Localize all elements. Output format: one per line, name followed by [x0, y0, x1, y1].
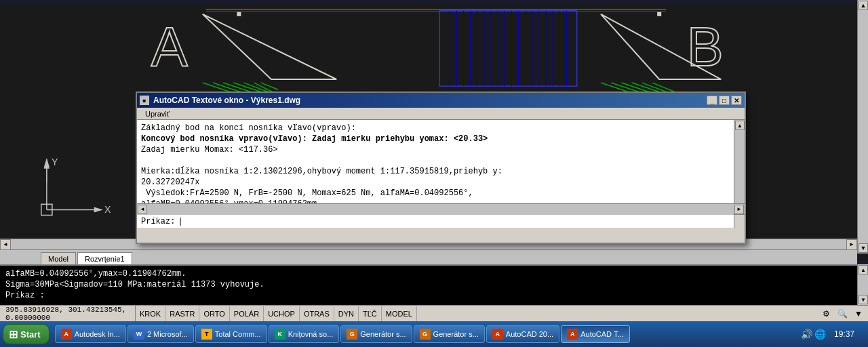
status-icon-1[interactable]: ⚙	[819, 307, 833, 321]
totalcmd-icon: T	[201, 329, 212, 340]
autocad1-icon: A	[492, 329, 503, 340]
autocad-menubar: Upraviť	[137, 108, 745, 120]
taskbar-app-gen1-label: Generátor s...	[360, 330, 406, 338]
svg-text:X: X	[104, 204, 111, 215]
cmd-line-1: alfaMB=0.04092556°,ymax=0.11904762mm.	[5, 268, 863, 279]
svg-rect-7	[237, 12, 241, 16]
tab-rozvrenie1[interactable]: Rozvrţenie1	[77, 252, 132, 264]
menu-upravit[interactable]: Upraviť	[140, 108, 175, 120]
taskbar-app-totalcmd[interactable]: T Total Comm...	[195, 325, 267, 343]
taskbar-app-gen2-label: Generátor s...	[433, 330, 479, 338]
scroll-left-btn[interactable]: ◄	[0, 239, 11, 250]
library-icon: K	[275, 329, 285, 340]
text-line-3	[141, 155, 730, 166]
taskbar-right: 🔊 🌐 19:37	[796, 329, 865, 340]
status-tlc[interactable]: TĽČ	[359, 306, 382, 321]
text-line-1: Koncový bod nosníka vpravo(vľavo): Zadaj…	[141, 134, 730, 144]
taskbar: ⊞ Start A Autodesk In... W 2 Microsof...…	[0, 321, 868, 347]
autodesk-icon: A	[61, 329, 72, 340]
taskbar-app-library-label: Kniţovná so...	[288, 330, 334, 338]
text-line-4: Mierka:dĺžka nosníka 1:2.13021296,ohybov…	[141, 166, 730, 177]
close-button[interactable]: ✕	[731, 96, 742, 105]
taskbar-app-totalcmd-label: Total Comm...	[215, 330, 261, 338]
autocad-window-title: AutoCAD Textové okno - Výkres1.dwg	[153, 96, 705, 105]
status-otras[interactable]: OTRAS	[300, 306, 334, 321]
svg-rect-8	[657, 12, 661, 16]
text-line-5: 20.32720247x	[141, 177, 730, 188]
scroll-down-btn[interactable]: ▼	[859, 243, 868, 253]
text-scroll-right[interactable]: ►	[734, 205, 744, 214]
command-scrollbar[interactable]: ▲ ▼	[857, 264, 868, 305]
autocad-text-window: ■ AutoCAD Textové okno - Výkres1.dwg _ □…	[136, 91, 746, 244]
status-model[interactable]: MODEL	[382, 306, 417, 321]
start-button[interactable]: ⊞ Start	[3, 324, 50, 344]
taskbar-app-autodesk-label: Autodesk In...	[75, 330, 120, 338]
coordinates-display: 395.83916928, 301.43213545, 0.00000000	[0, 306, 136, 322]
taskbar-app-gen2[interactable]: G Generátor s...	[414, 325, 485, 343]
scroll-right-btn[interactable]: ►	[846, 239, 857, 250]
autocad-window-titlebar[interactable]: ■ AutoCAD Textové okno - Výkres1.dwg _ □…	[137, 93, 745, 108]
taskbar-app-word[interactable]: W 2 Microsof...	[127, 325, 194, 343]
status-bar: 395.83916928, 301.43213545, 0.00000000 K…	[0, 305, 868, 321]
status-orto[interactable]: ORTO	[199, 306, 229, 321]
status-icon-3[interactable]: ▼	[852, 307, 865, 321]
command-area: alfaMB=0.04092556°,ymax=0.11904762mm. Si…	[0, 264, 868, 305]
taskbar-app-library[interactable]: K Kniţovná so...	[269, 325, 340, 343]
autocad2-icon: A	[567, 329, 578, 340]
clock-display: 19:37	[829, 329, 860, 339]
cmd-scroll-up[interactable]: ▲	[859, 265, 868, 274]
status-uchop[interactable]: UCHOP	[264, 306, 300, 321]
gen2-icon: G	[420, 329, 431, 340]
svg-text:A: A	[151, 16, 188, 77]
scroll-up-btn[interactable]: ▲	[859, 1, 868, 10]
svg-text:Y: Y	[52, 157, 58, 167]
prompt-corner-scrollbar	[734, 214, 745, 228]
cmd-scroll-down[interactable]: ▼	[859, 295, 868, 304]
tab-model[interactable]: Model	[41, 252, 76, 264]
text-scroll-up[interactable]: ▲	[735, 121, 745, 130]
tray-icon-1[interactable]: 🔊	[802, 329, 812, 340]
text-bottom-scrollbar[interactable]: ◄ ►	[137, 203, 745, 214]
prompt-cursor: |	[178, 217, 182, 226]
prompt-label: Príkaz:	[141, 217, 175, 226]
cmd-line-2: Sigma=30MPa<Sigmadov=110 MPa:materiál 11…	[5, 279, 863, 290]
text-line-6: Výsledok:FrA=2500 N, FrB=-2500 N, Momax=…	[141, 188, 730, 199]
taskbar-app-autodesk[interactable]: A Autodesk In...	[55, 325, 126, 343]
status-icons: ⚙ 🔍 ▼	[819, 307, 868, 321]
word-icon: W	[134, 329, 144, 340]
taskbar-app-autocad1-label: AutoCAD 20...	[506, 330, 553, 338]
windows-logo: ⊞	[9, 328, 18, 341]
text-line-2: Zadaj mierku Momax: <117.36>	[141, 144, 730, 155]
text-line-0: Základný bod na konci nosníka vľavo(vpra…	[141, 123, 730, 134]
taskbar-app-autocad2[interactable]: A AutoCAD T...	[561, 325, 629, 343]
start-label: Start	[20, 329, 41, 340]
status-rastr[interactable]: RASTR	[165, 306, 199, 321]
taskbar-app-word-label: 2 Microsof...	[147, 330, 188, 338]
maximize-button[interactable]: □	[719, 96, 730, 105]
svg-text:B: B	[687, 16, 724, 77]
text-scroll-left[interactable]: ◄	[138, 205, 147, 214]
cmd-prompt: Príkaz :	[5, 290, 863, 301]
status-krok[interactable]: KROK	[136, 306, 165, 321]
status-icon-2[interactable]: 🔍	[835, 307, 849, 321]
tab-bar: Model Rozvrţenie1	[0, 249, 857, 264]
taskbar-apps: A Autodesk In... W 2 Microsof... T Total…	[55, 325, 796, 343]
status-polar[interactable]: POLÁR	[230, 306, 264, 321]
autocad-content-area: Základný bod na konci nosníka vľavo(vpra…	[137, 120, 745, 228]
minimize-button[interactable]: _	[707, 96, 717, 105]
autocad-window-icon: ■	[140, 96, 149, 105]
cad-right-scrollbar[interactable]: ▲ ▼	[857, 0, 868, 253]
tray-icon-2[interactable]: 🌐	[815, 329, 826, 340]
status-dyn[interactable]: DYN	[334, 306, 359, 321]
command-prompt-line[interactable]: Príkaz: |	[137, 214, 734, 228]
taskbar-app-autocad2-label: AutoCAD T...	[580, 330, 623, 338]
taskbar-app-autocad1[interactable]: A AutoCAD 20...	[486, 325, 559, 343]
gen1-icon: G	[347, 329, 357, 340]
taskbar-app-gen1[interactable]: G Generátor s...	[340, 325, 412, 343]
